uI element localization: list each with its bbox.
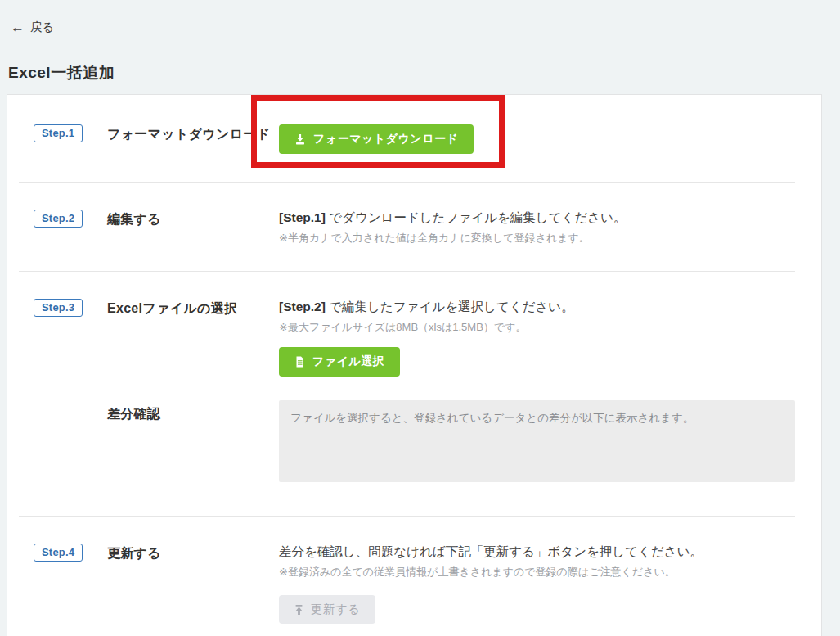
step1-section: Step.1 フォーマットダウンロード フォーマットダウンロード	[7, 95, 821, 182]
step2-instruction: [Step.1] でダウンロードしたファイルを編集してください。	[279, 210, 795, 226]
step4-instruction: 差分を確認し、問題なければ下記「更新する」ボタンを押してください。	[279, 544, 795, 560]
excel-bulk-add-panel: Step.1 フォーマットダウンロード フォーマットダウンロード Step.2	[7, 94, 822, 636]
step4-label: 更新する	[107, 546, 161, 560]
diff-check-label: 差分確認	[107, 407, 160, 421]
update-button[interactable]: 更新する	[279, 595, 375, 624]
step3-label: Excelファイルの選択	[107, 301, 237, 315]
step3-instruction: [Step.2] で編集したファイルを選択してください。	[279, 299, 795, 315]
step3-note: ※最大ファイルサイズは8MB（xlsは1.5MB）です。	[279, 320, 795, 335]
diff-placeholder-box: ファイルを選択すると、登録されているデータとの差分が以下に表示されます。	[279, 400, 795, 482]
file-select-button-label: ファイル選択	[312, 354, 384, 369]
step4-section: Step.4 更新する 差分を確認し、問題なければ下記「更新する」ボタンを押して…	[7, 517, 821, 636]
back-link-label: 戻る	[30, 20, 54, 35]
file-select-button[interactable]: ファイル選択	[279, 347, 400, 377]
step2-note: ※半角カナで入力された値は全角カナに変換して登録されます。	[279, 231, 795, 246]
format-download-button[interactable]: フォーマットダウンロード	[279, 124, 474, 154]
step1-badge: Step.1	[34, 124, 83, 142]
step4-badge: Step.4	[34, 544, 83, 562]
step4-note: ※登録済みの全ての従業員情報が上書きされますので登録の際はご注意ください。	[279, 565, 795, 580]
back-link[interactable]: ← 戻る	[11, 20, 54, 35]
page-title: Excel一括追加	[8, 62, 840, 83]
file-icon	[294, 356, 305, 368]
step2-badge: Step.2	[34, 210, 83, 228]
download-icon	[294, 133, 306, 145]
step2-label: 編集する	[107, 212, 161, 226]
step3-badge: Step.3	[34, 299, 83, 317]
step2-section: Step.2 編集する [Step.1] でダウンロードしたファイルを編集してく…	[7, 183, 821, 271]
step3-section: Step.3 Excelファイルの選択 [Step.2] で編集したファイルを選…	[7, 272, 821, 516]
step1-label: フォーマットダウンロード	[107, 127, 270, 141]
diff-check-row: 差分確認 ファイルを選択すると、登録されているデータとの差分が以下に表示されます…	[7, 400, 821, 516]
upload-icon	[294, 604, 304, 616]
update-button-label: 更新する	[311, 602, 361, 617]
format-download-button-label: フォーマットダウンロード	[313, 132, 458, 147]
back-arrow-icon: ←	[11, 20, 25, 34]
